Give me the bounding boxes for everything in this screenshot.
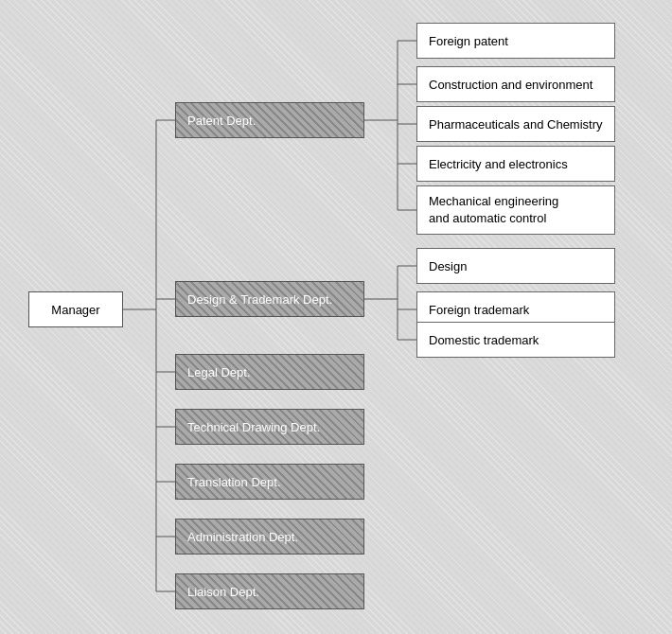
sub-foreign-patent: Foreign patent	[416, 23, 615, 59]
dept-legal: Legal Dept.	[175, 354, 364, 390]
sub-electricity-label: Electricity and electronics	[429, 157, 568, 171]
sub-foreign-patent-label: Foreign patent	[429, 34, 508, 48]
dept-technical-label: Technical Drawing Dept.	[187, 420, 320, 434]
dept-liaison: Liaison Dept.	[175, 573, 364, 609]
sub-electricity: Electricity and electronics	[416, 146, 615, 182]
dept-translation-label: Translation Dept.	[187, 475, 281, 489]
sub-foreign-trademark-label: Foreign trademark	[429, 303, 529, 317]
dept-design-label: Design & Trademark Dept.	[187, 292, 332, 307]
dept-administration: Administration Dept.	[175, 519, 364, 555]
dept-translation: Translation Dept.	[175, 464, 364, 500]
manager-box: Manager	[28, 291, 123, 327]
dept-liaison-label: Liaison Dept.	[187, 585, 259, 599]
manager-label: Manager	[51, 303, 99, 317]
sub-domestic-trademark: Domestic trademark	[416, 322, 615, 358]
sub-construction: Construction and environment	[416, 66, 615, 102]
sub-design: Design	[416, 248, 615, 284]
dept-administration-label: Administration Dept.	[187, 530, 298, 544]
sub-pharma-label: Pharmaceuticals and Chemistry	[429, 117, 603, 132]
sub-mechanical-label: Mechanical engineeringand automatic cont…	[429, 193, 558, 227]
dept-technical: Technical Drawing Dept.	[175, 409, 364, 445]
sub-domestic-trademark-label: Domestic trademark	[429, 333, 539, 347]
dept-patent-label: Patent Dept.	[187, 114, 256, 128]
dept-design: Design & Trademark Dept.	[175, 281, 364, 317]
dept-patent: Patent Dept.	[175, 102, 364, 138]
sub-mechanical: Mechanical engineeringand automatic cont…	[416, 185, 615, 235]
sub-design-label: Design	[429, 259, 467, 273]
dept-legal-label: Legal Dept.	[187, 365, 251, 379]
sub-construction-label: Construction and environment	[429, 78, 592, 92]
org-chart: Manager Patent Dept. Design & Trademark …	[0, 0, 672, 634]
sub-pharma: Pharmaceuticals and Chemistry	[416, 106, 615, 142]
